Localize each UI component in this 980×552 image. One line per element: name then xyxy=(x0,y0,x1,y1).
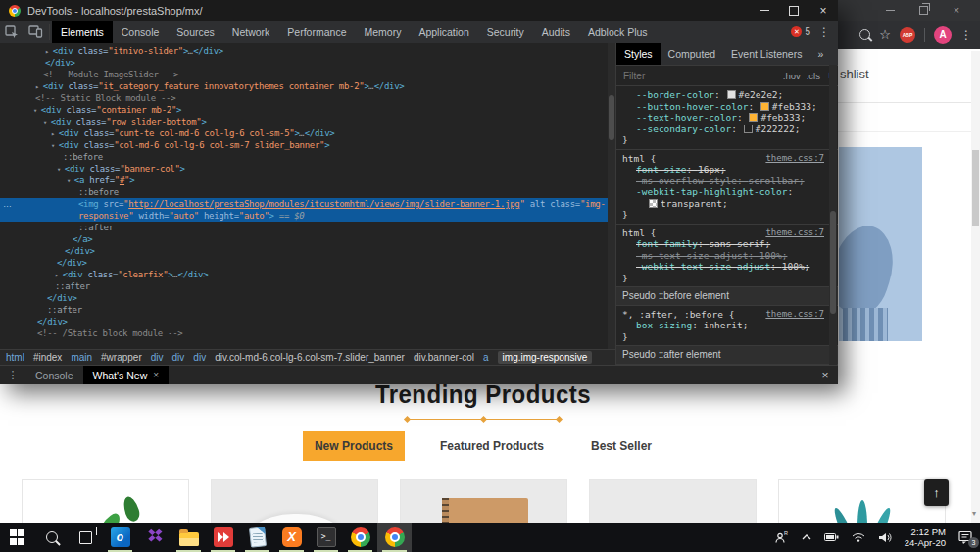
wifi-icon[interactable] xyxy=(852,532,865,542)
twisty-icon[interactable]: ▸ xyxy=(35,83,43,91)
twisty-icon[interactable]: ▸ xyxy=(51,130,59,138)
notepad-icon[interactable] xyxy=(240,523,274,552)
devtools-maximize-button[interactable] xyxy=(779,0,808,21)
tree-line[interactable]: ▸ <div class="itnivo-slider">…</div> xyxy=(0,45,608,57)
breadcrumb-item-wrapper[interactable]: #wrapper xyxy=(101,352,142,363)
styles-tab-[interactable]: » xyxy=(809,43,831,65)
devtools-tab-performance[interactable]: Performance xyxy=(278,21,355,43)
tree-line[interactable]: ▾ <div class="row slider-bottom"> xyxy=(0,116,608,127)
elements-scrollbar[interactable] xyxy=(608,43,615,349)
product-tab-featured-products[interactable]: Featured Products xyxy=(428,431,556,461)
devtools-close-button[interactable]: × xyxy=(808,0,838,21)
command-prompt-icon[interactable]: >_ xyxy=(309,523,343,552)
css-property[interactable]: --border-color: #e2e2e2; xyxy=(622,89,824,101)
tree-line[interactable]: ::after xyxy=(0,280,608,292)
people-icon[interactable]: R xyxy=(774,530,789,544)
devtools-tab-security[interactable]: Security xyxy=(478,21,533,43)
breadcrumb-item-main[interactable]: main xyxy=(71,352,92,363)
tree-line[interactable]: <!-- Static Block module --> xyxy=(0,92,608,104)
color-swatch[interactable] xyxy=(744,125,753,133)
page-scrollbar-thumb[interactable] xyxy=(972,150,979,226)
tree-line[interactable]: ▸ <div class="cunt-te col-md-6 col-lg-6 … xyxy=(0,127,608,139)
tree-line[interactable]: </div> xyxy=(0,245,608,257)
devtools-minimize-button[interactable] xyxy=(750,0,779,21)
back-to-top-button[interactable]: ↑ xyxy=(924,479,949,506)
slider-banner-image[interactable] xyxy=(839,147,922,341)
styles-tab-computed[interactable]: Computed xyxy=(661,43,723,65)
css-property[interactable]: --button-hover-color: #feb333; xyxy=(622,101,824,113)
styles-filter-input[interactable] xyxy=(621,70,777,82)
breadcrumb-item-div[interactable]: div xyxy=(151,352,164,363)
twisty-icon[interactable]: ▸ xyxy=(45,48,53,56)
css-property-value[interactable]: transparent; xyxy=(622,198,824,210)
styles-scrollbar-thumb[interactable] xyxy=(830,211,836,314)
hidden-icons-chevron-icon[interactable] xyxy=(802,534,811,540)
tree-line[interactable]: </div> xyxy=(0,257,608,269)
styles-tab-event-listeners[interactable]: Event Listeners xyxy=(723,43,809,65)
tree-line[interactable]: ▾ <a href="#"> xyxy=(0,175,608,186)
xampp-icon[interactable]: X xyxy=(274,523,309,552)
task-view-icon[interactable] xyxy=(69,523,103,552)
tree-line[interactable]: ::after xyxy=(0,222,608,233)
breadcrumb-item-div-col-md-6-col-lg-6-col-sm-7-slider-banner[interactable]: div.col-md-6.col-lg-6.col-sm-7.slider_ba… xyxy=(215,352,405,363)
cls-toggle[interactable]: .cls xyxy=(807,71,820,81)
browser-close-button[interactable]: × xyxy=(951,5,962,17)
tree-line[interactable]: </div> xyxy=(0,292,608,304)
tree-line[interactable]: </div> xyxy=(0,316,608,327)
drawer-tab-what-s-new[interactable]: What's New× xyxy=(83,366,170,384)
devtools-tab-adblock-plus[interactable]: Adblock Plus xyxy=(579,21,657,43)
twisty-icon[interactable]: ▸ xyxy=(55,272,63,279)
css-property[interactable]: -ms-overflow-style: scrollbar; xyxy=(622,176,824,187)
devtools-tab-sources[interactable]: Sources xyxy=(168,21,223,43)
chrome-active-icon[interactable] xyxy=(377,523,412,552)
elements-scrollbar-thumb[interactable] xyxy=(609,95,614,140)
devtools-menu-icon[interactable]: ⋮ xyxy=(818,25,830,39)
browser-minimize-button[interactable] xyxy=(884,5,896,17)
devtools-tab-network[interactable]: Network xyxy=(223,21,279,43)
twisty-icon[interactable]: ▾ xyxy=(33,107,41,115)
tree-line[interactable]: ▸ <div class="it_category_feature innova… xyxy=(0,80,608,92)
chrome-icon[interactable] xyxy=(343,523,377,552)
page-scrollbar[interactable] xyxy=(971,51,980,523)
devtools-tab-application[interactable]: Application xyxy=(410,21,477,43)
start-icon[interactable] xyxy=(0,523,34,552)
twisty-icon[interactable]: ▾ xyxy=(43,119,51,126)
stylesheet-link[interactable]: theme.css:7 xyxy=(765,153,824,165)
tree-line[interactable]: ▸ <div class="clearfix">…</div> xyxy=(0,269,608,280)
breadcrumb-item-img-img-responsive[interactable]: img.img-responsive xyxy=(498,351,593,364)
product-tab-best-seller[interactable]: Best Seller xyxy=(579,431,663,461)
browser-menu-icon[interactable]: ⋮ xyxy=(960,29,972,41)
volume-icon[interactable] xyxy=(878,532,892,543)
battery-icon[interactable] xyxy=(824,533,839,541)
tree-line[interactable]: </div> xyxy=(0,57,608,69)
file-explorer-icon[interactable] xyxy=(172,523,206,552)
breadcrumb-item-html[interactable]: html xyxy=(6,352,24,363)
inspect-element-icon[interactable] xyxy=(0,21,24,43)
breadcrumb-item-div-banner-col[interactable]: div.banner-col xyxy=(414,352,474,363)
rule-selector[interactable]: theme.css:7html { xyxy=(622,153,824,165)
action-center-icon[interactable]: 3 xyxy=(958,530,974,545)
tab-close-icon[interactable]: × xyxy=(153,370,159,380)
profile-avatar[interactable]: A xyxy=(934,26,952,44)
devtools-tab-audits[interactable]: Audits xyxy=(533,21,579,43)
tree-line[interactable]: ::after xyxy=(0,304,608,316)
twisty-icon[interactable]: ▾ xyxy=(51,142,59,150)
breadcrumb-item-div[interactable]: div xyxy=(193,352,206,363)
tree-line[interactable]: <!-- Module ImageSlider --> xyxy=(0,69,608,80)
bookmark-star-icon[interactable]: ☆ xyxy=(879,28,891,41)
breadcrumb-item-a[interactable]: a xyxy=(483,352,489,363)
breadcrumb-item-div[interactable]: div xyxy=(172,352,185,363)
css-property[interactable]: box-sizing: inherit; xyxy=(622,320,824,331)
color-swatch[interactable] xyxy=(649,199,658,208)
product-tab-new-products[interactable]: New Products xyxy=(303,431,405,461)
adblock-plus-icon[interactable]: ABP xyxy=(900,27,915,43)
tree-line[interactable]: ▾ <div class="banner-col"> xyxy=(0,163,608,175)
twisty-icon[interactable]: ▾ xyxy=(57,166,65,174)
css-property[interactable]: -ms-text-size-adjust: 100%; xyxy=(622,250,824,262)
drawer-tab-console[interactable]: Console xyxy=(25,366,83,384)
hov-toggle[interactable]: :hov xyxy=(783,71,801,81)
drawer-close-icon[interactable]: × xyxy=(812,366,838,384)
red-media-app-icon[interactable] xyxy=(206,523,240,552)
rule-selector[interactable]: theme.css:7*, :after, :before { xyxy=(622,309,824,321)
tree-line[interactable]: ▾ <div class="col-md-6 col-lg-6 col-sm-7… xyxy=(0,139,608,151)
